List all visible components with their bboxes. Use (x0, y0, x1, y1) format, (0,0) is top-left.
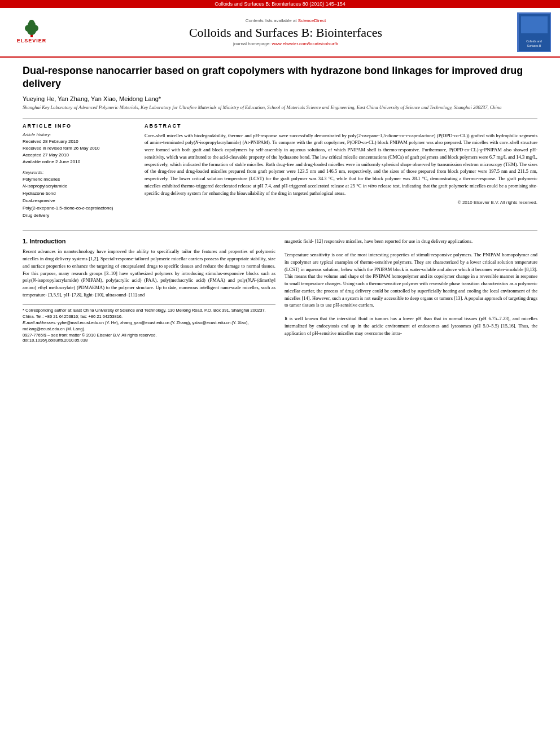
article-info-column: ARTICLE INFO Article history: Received 2… (23, 123, 135, 224)
article-info-abstract-section: ARTICLE INFO Article history: Received 2… (23, 118, 537, 224)
email-footnote: E-mail addresses: yyhe@mail.ecust.edu.cn… (23, 320, 275, 333)
elsevier-logo: ELSEVIER (9, 18, 54, 46)
journal-header: ELSEVIER Contents lists available at Sci… (0, 8, 560, 58)
issn-line: 0927-7765/$ – see front matter © 2010 El… (23, 333, 275, 338)
intro-paragraph-4: It is well known that the interstitial f… (285, 315, 537, 337)
accepted-date: Accepted 27 May 2010 (23, 152, 135, 159)
copyright-notice: © 2010 Elsevier B.V. All rights reserved… (145, 200, 537, 205)
journal-title: Colloids and Surfaces B: Biointerfaces (54, 25, 517, 40)
homepage-url[interactable]: www.elsevier.com/locate/colsurfb (272, 41, 338, 46)
abstract-text: Core–shell micelles with biodegradabilit… (145, 132, 537, 197)
svg-rect-7 (521, 16, 548, 33)
svg-point-5 (29, 20, 34, 25)
authors: Yueying He, Yan Zhang, Yan Xiao, Meidong… (23, 95, 537, 102)
corresponding-author-footnote: * Corresponding author at: East China Un… (23, 307, 275, 320)
journal-cover-image: Colloids and Surfaces B (519, 14, 550, 51)
abstract-column: ABSTRACT Core–shell micelles with biodeg… (145, 123, 537, 224)
body-content: 1. Introduction Recent advances in nanot… (23, 238, 537, 342)
doi-line: doi:10.1016/j.colsurfb.2010.05.038 (23, 338, 275, 343)
footnotes-section: * Corresponding author at: East China Un… (23, 304, 275, 343)
sciencedirect-link[interactable]: ScienceDirect (298, 18, 326, 23)
keywords-block: Keywords: Polymeric micelles N-isopropyl… (23, 170, 135, 220)
keyword-2: N-isopropylacrylamide (23, 183, 135, 190)
journal-citation-text: Colloids and Surfaces B: Biointerfaces 8… (215, 1, 345, 7)
keyword-3: Hydrazone bond (23, 190, 135, 198)
keyword-4: Dual-responsive (23, 198, 135, 205)
affiliation: Shanghai Key Laboratory of Advanced Poly… (23, 104, 537, 111)
journal-info: Contents lists available at ScienceDirec… (54, 18, 517, 46)
main-content: Dual-response nanocarrier based on graft… (0, 58, 560, 350)
body-left-column: 1. Introduction Recent advances in nanot… (23, 238, 275, 342)
elsevier-text: ELSEVIER (17, 38, 47, 43)
svg-text:Surfaces B: Surfaces B (527, 44, 541, 47)
intro-paragraph-1: Recent advances in nanotechnology have i… (23, 248, 275, 298)
received-date: Received 28 February 2010 (23, 138, 135, 145)
keyword-6: Drug delivery (23, 212, 135, 220)
contents-available-text: Contents lists available at ScienceDirec… (54, 18, 517, 23)
journal-citation-bar: Colloids and Surfaces B: Biointerfaces 8… (0, 0, 560, 8)
intro-paragraph-2: magnetic field- [12] responsive micelles… (285, 238, 537, 245)
abstract-header: ABSTRACT (145, 123, 537, 129)
journal-thumbnail: Colloids and Surfaces B (517, 12, 551, 52)
keywords-label: Keywords: (23, 170, 135, 175)
article-info-header: ARTICLE INFO (23, 123, 135, 129)
article-title: Dual-response nanocarrier based on graft… (23, 64, 537, 91)
section-divider (23, 230, 537, 231)
keyword-1: Polymeric micelles (23, 176, 135, 184)
elsevier-tree-icon (20, 18, 43, 38)
article-history-block: Article history: Received 28 February 20… (23, 132, 135, 165)
intro-section-title: 1. Introduction (23, 238, 275, 244)
body-right-column: magnetic field- [12] responsive micelles… (285, 238, 537, 342)
journal-homepage: journal homepage: www.elsevier.com/locat… (54, 41, 517, 46)
received-revised-date: Received in revised form 26 May 2010 (23, 145, 135, 152)
keyword-5: Poly(2-oxepane-1,5-dione-co-ε-caprolacto… (23, 205, 135, 212)
history-label: Article history: (23, 132, 135, 137)
intro-paragraph-3: Temperature sensitivity is one of the mo… (285, 251, 537, 309)
available-date: Available online 2 June 2010 (23, 159, 135, 165)
svg-text:Colloids and: Colloids and (526, 40, 542, 43)
